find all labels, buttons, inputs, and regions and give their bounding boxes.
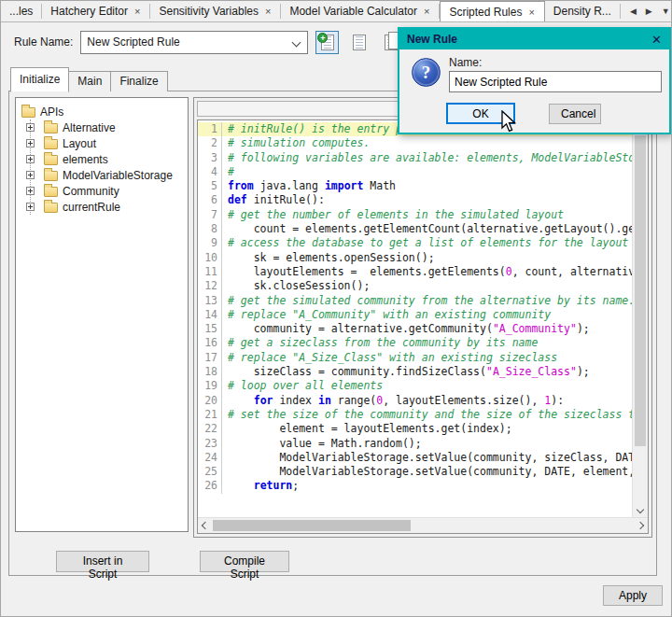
line-text: # replace "A_Size_Class" with an existin… [222, 351, 557, 365]
new-script-button[interactable]: + [315, 31, 339, 54]
tab-close-icon[interactable]: × [264, 6, 272, 17]
horizontal-scrollbar[interactable] [198, 517, 648, 533]
tab-scroll-left-icon[interactable]: ◀ [630, 7, 637, 16]
line-number: 22 [198, 422, 222, 436]
tab-close-icon[interactable]: × [133, 6, 141, 17]
line-text: sizeClass = community.findSizeClass("A_S… [222, 365, 590, 379]
code-line-26: 26 return; [198, 479, 632, 493]
tree-item-apis[interactable]: APIs [21, 104, 186, 119]
code-line-9: 9# access the database to get a list of … [198, 236, 632, 250]
chevron-down-icon [292, 37, 301, 47]
line-number: 5 [198, 179, 222, 193]
compile-script-button[interactable]: Compile Script [200, 551, 289, 572]
tab-close-icon[interactable]: × [423, 6, 430, 17]
line-text: # following variables are available: ele… [222, 151, 632, 165]
cancel-button[interactable]: Cancel [549, 104, 601, 124]
line-text: # set the size of the community and the … [222, 408, 632, 422]
expand-plus-icon[interactable] [26, 203, 35, 211]
apply-button[interactable]: Apply [603, 585, 663, 606]
line-text: count = elements.getElementCount(alterna… [222, 222, 632, 236]
rule-name-combobox[interactable]: New Scripted Rule [80, 31, 308, 54]
line-number: 15 [198, 322, 222, 336]
code-line-15: 15 community = alternative.getCommunity(… [198, 322, 632, 336]
document-icon [353, 35, 366, 50]
code-area[interactable]: 1# initRule() is the entry point that is… [198, 120, 632, 517]
line-number: 6 [198, 193, 222, 207]
line-text: # get the number of elements in the simu… [222, 208, 564, 222]
line-number: 10 [198, 251, 222, 265]
insert-in-script-button[interactable]: Insert in Script [56, 551, 149, 572]
tree-item-label: ModelVariableStorage [63, 169, 173, 182]
vertical-scroll-thumb[interactable] [635, 135, 646, 446]
rule-name-label: Rule Name: [14, 35, 73, 49]
folder-icon [44, 139, 58, 149]
line-text: value = Math.random(); [222, 437, 422, 451]
horizontal-scroll-thumb[interactable] [213, 520, 411, 531]
initialize-tab-page: APIs AlternativeLayoutelementsModelVaria… [8, 91, 657, 576]
tab-les[interactable]: ...les [1, 4, 42, 19]
dialog-body: ? Name: OK Cancel [399, 49, 669, 133]
tab-hatchery-editor[interactable]: Hatchery Editor× [42, 4, 150, 19]
tab-model-variable-calculator[interactable]: Model Variable Calculator× [281, 4, 440, 19]
code-line-18: 18 sizeClass = community.findSizeClass("… [198, 365, 632, 379]
code-line-24: 24 ModelVariableStorage.setValue(communi… [198, 451, 632, 465]
line-text: ModelVariableStorage.setValue(community,… [222, 465, 632, 479]
scroll-down-icon[interactable] [633, 502, 648, 517]
tree-item-currentrule[interactable]: currentRule [31, 199, 186, 215]
folder-icon [21, 107, 35, 118]
expand-plus-icon[interactable] [26, 187, 35, 195]
tab-density-r[interactable]: Density R... [545, 4, 621, 19]
code-line-8: 8 count = elements.getElementCount(alter… [198, 222, 632, 236]
dialog-title-bar[interactable]: New Rule ✕ [399, 29, 669, 49]
tab-scroll-right-icon[interactable]: ▶ [646, 7, 652, 16]
tab-label: Sensitivity Variables [159, 5, 259, 18]
tree-item-alternative[interactable]: Alternative [31, 119, 186, 135]
tab-initialize[interactable]: Initialize [10, 67, 69, 92]
line-text: element = layoutElements.get(index); [222, 422, 512, 436]
scroll-right-icon[interactable] [633, 518, 648, 533]
tree-item-community[interactable]: Community [31, 183, 186, 199]
api-tree[interactable]: APIs AlternativeLayoutelementsModelVaria… [15, 97, 189, 532]
tab-close-icon[interactable]: × [527, 7, 535, 18]
tab-scripted-rules[interactable]: Scripted Rules× [440, 1, 544, 21]
tab-bar-controls: ◀▶▼ [621, 1, 672, 21]
line-number: 17 [198, 351, 222, 365]
document-tab-bar: ...lesHatchery Editor×Sensitivity Variab… [1, 1, 672, 22]
line-text: # [222, 165, 234, 179]
code-line-17: 17# replace "A_Size_Class" with an exist… [198, 351, 632, 365]
folder-icon [44, 187, 58, 197]
mouse-cursor [501, 110, 518, 134]
expand-plus-icon[interactable] [26, 155, 35, 163]
tree-item-layout[interactable]: Layout [31, 135, 186, 151]
tree-item-modelvariablestorage[interactable]: ModelVariableStorage [31, 167, 186, 183]
expand-plus-icon[interactable] [26, 139, 35, 147]
tree-item-elements[interactable]: elements [31, 151, 186, 167]
tab-list-icon[interactable]: ▼ [662, 7, 670, 16]
code-line-20: 20 for index in range(0, layoutElements.… [198, 394, 632, 408]
tab-finalize[interactable]: Finalize [110, 71, 167, 91]
line-number: 14 [198, 308, 222, 322]
line-number: 18 [198, 365, 222, 379]
code-line-11: 11 layoutElements = elements.getElements… [198, 265, 632, 279]
plus-badge-icon: + [317, 33, 328, 43]
scroll-left-icon[interactable] [198, 518, 213, 533]
line-text: layoutElements = elements.getElements(0,… [222, 265, 632, 279]
vertical-scrollbar[interactable] [632, 120, 648, 517]
document-copy-icon [385, 35, 398, 50]
editor-box: 1# initRule() is the entry point that is… [197, 119, 649, 534]
tab-main[interactable]: Main [68, 71, 111, 91]
expand-plus-icon[interactable] [26, 123, 35, 132]
tab-sensitivity-variables[interactable]: Sensitivity Variables× [150, 4, 281, 19]
tab-label: Scripted Rules [449, 6, 522, 19]
name-input[interactable] [449, 71, 662, 92]
line-text: # replace "A_Community" with an existing… [222, 308, 551, 322]
expand-plus-icon[interactable] [26, 171, 35, 179]
tree-item-label: Alternative [63, 121, 116, 134]
line-number: 16 [198, 336, 222, 350]
line-number: 19 [198, 379, 222, 393]
close-icon[interactable]: ✕ [651, 33, 662, 47]
tree-children: AlternativeLayoutelementsModelVariableSt… [30, 119, 186, 215]
code-line-22: 22 element = layoutElements.get(index); [198, 422, 632, 436]
line-number: 11 [198, 265, 222, 279]
script-button[interactable] [347, 31, 371, 54]
